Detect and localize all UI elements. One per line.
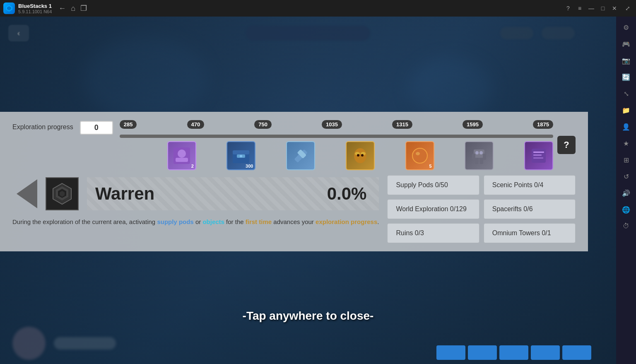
content-area: Warren 0.0% During the exploration of th… bbox=[12, 175, 576, 243]
sidebar-resize-icon[interactable]: ⤡ bbox=[619, 86, 634, 101]
svg-rect-21 bbox=[483, 154, 486, 160]
title-bar: BlueStacks 1 5.9.11.1001 N64 ← ⌂ ❐ ? ≡ —… bbox=[0, 0, 636, 17]
copy-nav-icon[interactable]: ❐ bbox=[80, 4, 87, 13]
reward-badge-1: 2 bbox=[191, 164, 194, 169]
milestone-3: 750 bbox=[254, 120, 272, 130]
sidebar-folder-icon[interactable]: 📁 bbox=[619, 103, 634, 118]
milestone-label-3: 750 bbox=[254, 120, 272, 129]
top-left-button[interactable]: ‹ bbox=[8, 25, 29, 41]
sidebar-person-icon[interactable]: 👤 bbox=[619, 119, 634, 134]
stat-world-exploration[interactable]: World Exploration 0/129 bbox=[387, 199, 479, 219]
progress-track bbox=[120, 135, 553, 138]
bottom-btn-3[interactable] bbox=[499, 345, 528, 360]
stat-scenic-points[interactable]: Scenic Points 0/4 bbox=[484, 175, 576, 195]
desc-part1: During the exploration of the current ar… bbox=[12, 218, 157, 225]
desc-objects: objects bbox=[202, 218, 224, 225]
help-button[interactable]: ? bbox=[557, 136, 576, 154]
sidebar-globe-icon[interactable]: 🌐 bbox=[619, 202, 634, 217]
description-area: During the exploration of the current ar… bbox=[12, 217, 379, 227]
stat-spacerifts[interactable]: Spacerifts 0/6 bbox=[484, 199, 576, 219]
reward-item-4[interactable] bbox=[346, 141, 375, 170]
top-right-item-1 bbox=[500, 27, 533, 39]
top-right-items bbox=[500, 27, 575, 39]
svg-rect-4 bbox=[176, 158, 188, 162]
bottom-avatar bbox=[12, 327, 46, 360]
sidebar-settings-icon[interactable]: ⚙ bbox=[619, 20, 634, 35]
tap-to-close[interactable]: -Tap anywhere to close- bbox=[243, 309, 374, 323]
reward-badge-5: 5 bbox=[429, 164, 431, 169]
minimize-button[interactable]: — bbox=[586, 3, 596, 13]
bottom-btn-1[interactable] bbox=[436, 345, 465, 360]
sidebar-grid-icon[interactable]: ⊞ bbox=[619, 152, 634, 167]
sidebar-volume-icon[interactable]: 🔊 bbox=[619, 186, 634, 200]
milestone-label-5: 1315 bbox=[392, 120, 412, 129]
character-name-area: Warren 0.0% bbox=[87, 177, 379, 210]
sidebar-gamepad-icon[interactable]: 🎮 bbox=[619, 36, 634, 51]
bottom-ui bbox=[12, 327, 116, 360]
progress-label: Exploration progress bbox=[12, 123, 73, 131]
exploration-panel: Exploration progress 0 285 470 750 10 bbox=[0, 112, 588, 251]
back-nav-icon[interactable]: ← bbox=[58, 4, 66, 13]
reward-item-3[interactable] bbox=[286, 141, 315, 170]
sidebar-sync-icon[interactable]: 🔄 bbox=[619, 70, 634, 84]
menu-title-icon[interactable]: ≡ bbox=[575, 3, 585, 13]
help-title-icon[interactable]: ? bbox=[563, 3, 573, 13]
home-nav-icon[interactable]: ⌂ bbox=[71, 4, 75, 13]
game-background: ‹ Exploration progress 0 285 470 bbox=[0, 17, 616, 364]
title-bar-nav: ← ⌂ ❐ bbox=[52, 4, 87, 13]
stat-omnium-towers[interactable]: Omnium Towers 0/1 bbox=[484, 223, 576, 243]
desc-part3: for the bbox=[224, 218, 246, 225]
svg-point-11 bbox=[354, 148, 366, 163]
desc-first-time: first time bbox=[246, 218, 272, 225]
reward-item-5[interactable]: 5 bbox=[405, 141, 434, 170]
stats-grid: Supply Pods 0/50 Scenic Points 0/4 World… bbox=[387, 175, 576, 243]
desc-part2: or bbox=[194, 218, 203, 225]
stat-ruins[interactable]: Ruins 0/3 bbox=[387, 223, 479, 243]
bottom-text-blur bbox=[54, 337, 116, 350]
completion-percentage: 0.0% bbox=[327, 184, 371, 204]
sidebar-camera-icon[interactable]: 📷 bbox=[619, 53, 634, 68]
desc-part4: advances your bbox=[272, 218, 316, 225]
title-bar-text: BlueStacks 1 5.9.11.1001 N64 bbox=[18, 3, 52, 14]
reward-item-7[interactable] bbox=[524, 141, 553, 170]
sidebar-rotate-icon[interactable]: ↺ bbox=[619, 169, 634, 184]
milestone-5: 1315 bbox=[392, 120, 412, 130]
reward-item-6[interactable] bbox=[465, 141, 494, 170]
svg-point-18 bbox=[416, 152, 420, 155]
bottom-btn-4[interactable] bbox=[531, 345, 560, 360]
desc-part5: . bbox=[377, 218, 379, 225]
maximize-button[interactable]: □ bbox=[598, 3, 608, 13]
right-sidebar: ⚙ 🎮 📷 🔄 ⤡ 📁 👤 ★ ⊞ ↺ 🔊 🌐 ⏱ bbox=[616, 17, 636, 364]
svg-rect-27 bbox=[533, 152, 544, 153]
svg-rect-29 bbox=[533, 157, 543, 159]
sidebar-star-icon[interactable]: ★ bbox=[619, 136, 634, 151]
svg-rect-6 bbox=[233, 150, 249, 154]
reward-item-1[interactable]: 2 bbox=[167, 141, 196, 170]
milestone-2: 470 bbox=[187, 120, 205, 130]
milestone-label-6: 1595 bbox=[463, 120, 483, 129]
sidebar-clock-icon[interactable]: ⏱ bbox=[619, 219, 634, 234]
svg-point-15 bbox=[361, 154, 364, 157]
desc-exploration-progress: exploration progress bbox=[316, 218, 377, 225]
expand-button[interactable]: ⤢ bbox=[623, 3, 633, 13]
reward-item-2[interactable]: 300 bbox=[226, 141, 255, 170]
bottom-btn-2[interactable] bbox=[468, 345, 497, 360]
milestone-label-4: 1035 bbox=[322, 120, 342, 129]
milestone-4: 1035 bbox=[322, 120, 342, 130]
close-button[interactable]: ✕ bbox=[610, 3, 619, 13]
stat-supply-pods[interactable]: Supply Pods 0/50 bbox=[387, 175, 479, 195]
progress-track-container: 285 470 750 1035 1315 1595 bbox=[120, 120, 553, 170]
svg-point-8 bbox=[240, 155, 242, 157]
milestone-1: 285 bbox=[120, 120, 137, 130]
back-arrow-button[interactable] bbox=[12, 175, 41, 212]
svg-rect-23 bbox=[480, 158, 483, 164]
bottom-btn-5[interactable] bbox=[562, 345, 591, 360]
milestone-label-1: 285 bbox=[120, 120, 137, 129]
character-row: Warren 0.0% bbox=[12, 175, 379, 212]
milestones: 285 470 750 1035 1315 1595 bbox=[120, 120, 553, 130]
milestone-label-2: 470 bbox=[187, 120, 205, 129]
top-right-item-2 bbox=[542, 27, 575, 39]
svg-point-3 bbox=[178, 149, 186, 158]
top-center-display bbox=[246, 26, 370, 41]
back-arrow-shape bbox=[17, 179, 37, 208]
